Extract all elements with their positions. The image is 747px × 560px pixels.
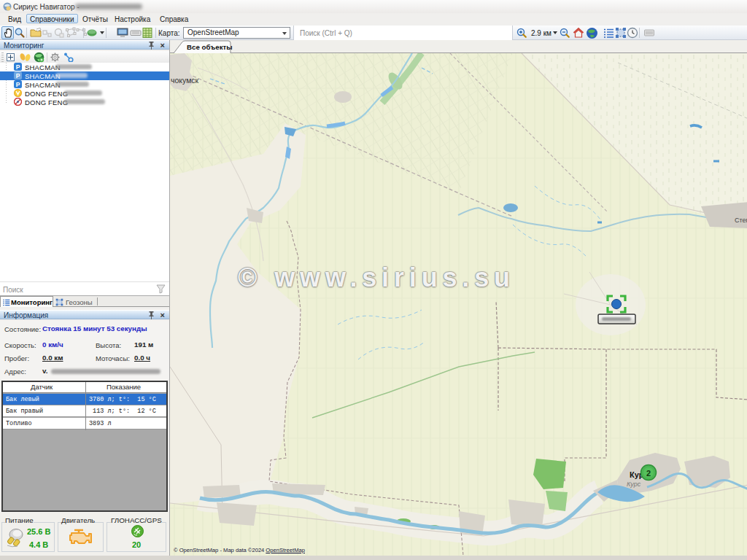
svg-text:2: 2 (646, 469, 651, 478)
svg-text:чокумск: чокумск (171, 76, 199, 85)
svg-text:P: P (16, 72, 20, 79)
svg-text:P: P (16, 63, 20, 71)
svg-text:Степн: Степн (735, 217, 747, 224)
svg-text:P: P (16, 81, 20, 88)
svg-text:Все объекты: Все объекты (187, 43, 233, 51)
svg-text:Курс: Курс (627, 481, 641, 488)
